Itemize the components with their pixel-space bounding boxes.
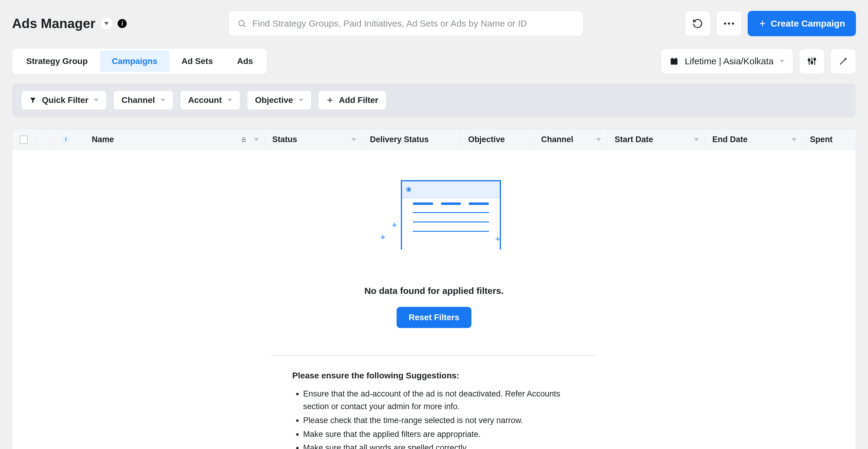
chevron-down-icon: [160, 99, 165, 102]
column-delivery[interactable]: Delivery Status: [363, 129, 461, 150]
date-range-label: Lifetime | Asia/Kolkata: [685, 56, 774, 66]
table-header-row: i Name Status Delivery Status Objective …: [12, 129, 856, 150]
suggestions-list: Ensure that the ad-account of the ad is …: [292, 388, 576, 449]
chevron-down-icon: [596, 138, 601, 141]
calendar-icon: [670, 57, 679, 66]
svg-rect-20: [242, 140, 245, 142]
chevron-down-icon: [299, 99, 303, 102]
info-icon: i: [62, 136, 70, 144]
chevron-down-icon: [94, 99, 99, 102]
leaf-icon: ❀: [406, 185, 412, 194]
column-select-all[interactable]: [12, 129, 35, 150]
suggestion-item: Make sure that all words are spelled cor…: [303, 442, 576, 449]
add-filter-button[interactable]: Add Filter: [318, 91, 386, 110]
entity-tabs: Strategy Group Campaigns Ad Sets Ads: [12, 48, 267, 74]
sparkle-icon: +: [392, 220, 397, 230]
column-spent[interactable]: Spent: [803, 129, 856, 150]
filter-bar: Quick Filter Channel Account Objective A…: [12, 83, 856, 117]
select-all-checkbox[interactable]: [20, 136, 28, 144]
refresh-button[interactable]: [685, 11, 710, 36]
column-end-label: End Date: [712, 135, 748, 144]
funnel-icon: [29, 96, 36, 104]
chevron-down-icon: [104, 22, 109, 25]
search-input[interactable]: [252, 19, 575, 29]
empty-illustration: ❀ + + +: [368, 180, 500, 252]
column-start-label: Start Date: [615, 135, 653, 144]
magic-wand-icon: [838, 56, 848, 66]
objective-filter-label: Objective: [255, 95, 293, 105]
more-button[interactable]: [716, 11, 742, 36]
empty-state-title: No data found for applied filters.: [364, 286, 504, 296]
chevron-down-icon: [227, 99, 232, 102]
tab-campaigns[interactable]: Campaigns: [100, 50, 169, 72]
svg-point-4: [732, 23, 734, 25]
title-dropdown-button[interactable]: [100, 17, 113, 30]
data-table: i Name Status Delivery Status Objective …: [12, 129, 856, 449]
tab-ads[interactable]: Ads: [225, 50, 265, 72]
column-delivery-label: Delivery Status: [370, 135, 429, 144]
account-filter-label: Account: [188, 95, 222, 105]
search-icon: [237, 19, 246, 28]
chevron-down-icon: [792, 138, 797, 141]
chevron-down-icon: [694, 138, 699, 141]
svg-point-0: [239, 21, 244, 26]
quick-filter-button[interactable]: Quick Filter: [21, 91, 107, 110]
sparkle-icon: +: [380, 232, 386, 242]
reset-filters-button[interactable]: Reset Filters: [397, 307, 471, 328]
refresh-icon: [692, 18, 703, 29]
column-info: [35, 129, 54, 150]
suggestion-item: Please check that the time-range selecte…: [303, 414, 576, 427]
column-name-label: Name: [92, 135, 114, 144]
chevron-down-icon: [254, 138, 259, 141]
svg-rect-8: [671, 59, 678, 60]
magic-button[interactable]: [831, 49, 856, 74]
objective-filter-button[interactable]: Objective: [247, 91, 312, 110]
date-range-button[interactable]: Lifetime | Asia/Kolkata: [661, 49, 793, 74]
column-end-date[interactable]: End Date: [705, 129, 803, 150]
plus-icon: [758, 20, 766, 27]
empty-state: ❀ + + + No data found for applied filter…: [12, 150, 856, 449]
sliders-icon: [807, 56, 817, 66]
chevron-down-icon: [780, 60, 784, 63]
create-campaign-label: Create Campaign: [771, 19, 845, 29]
column-start-date[interactable]: Start Date: [608, 129, 705, 150]
column-objective-label: Objective: [468, 135, 505, 144]
tab-ad-sets[interactable]: Ad Sets: [169, 50, 225, 72]
quick-filter-label: Quick Filter: [42, 95, 88, 105]
suggestions-title: Please ensure the following Suggestions:: [292, 371, 576, 381]
suggestion-item: Make sure that the applied filters are a…: [303, 428, 576, 441]
page-title: Ads Manager: [12, 16, 95, 31]
tab-strategy-group[interactable]: Strategy Group: [14, 50, 100, 72]
svg-rect-16: [814, 59, 815, 60]
divider: [271, 355, 597, 356]
search-field[interactable]: [228, 11, 583, 36]
svg-line-17: [840, 59, 846, 65]
column-status-label: Status: [272, 135, 298, 144]
lock-icon: [241, 136, 247, 143]
channel-filter-label: Channel: [122, 95, 155, 105]
suggestion-item: Ensure that the ad-account of the ad is …: [303, 388, 576, 413]
column-channel[interactable]: Channel: [534, 129, 608, 150]
columns-button[interactable]: [799, 49, 825, 74]
info-icon[interactable]: i: [118, 19, 127, 28]
column-spent-label: Spent: [810, 135, 833, 144]
chevron-down-icon: [351, 138, 356, 141]
channel-filter-button[interactable]: Channel: [114, 91, 173, 110]
add-filter-label: Add Filter: [339, 95, 378, 105]
create-campaign-button[interactable]: Create Campaign: [748, 11, 856, 36]
svg-line-1: [243, 25, 245, 27]
plus-icon: [326, 96, 334, 104]
column-channel-label: Channel: [541, 135, 574, 144]
svg-point-2: [724, 23, 726, 25]
sparkle-icon: +: [495, 234, 500, 244]
column-objective[interactable]: Objective: [461, 129, 534, 150]
column-status[interactable]: Status: [265, 129, 363, 150]
more-icon: [723, 22, 734, 25]
svg-rect-14: [808, 59, 810, 61]
svg-point-3: [728, 23, 730, 25]
account-filter-button[interactable]: Account: [180, 91, 240, 110]
svg-rect-15: [811, 62, 812, 63]
column-name[interactable]: i Name: [54, 129, 265, 150]
